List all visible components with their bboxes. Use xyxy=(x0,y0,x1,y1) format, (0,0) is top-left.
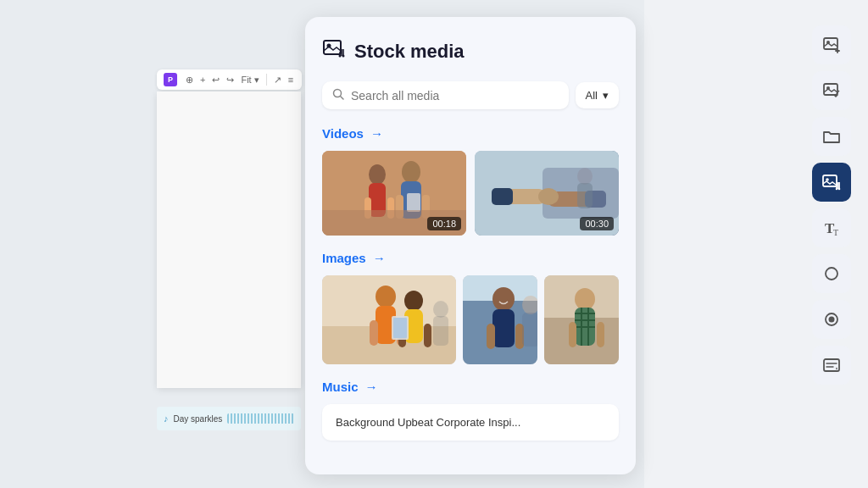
toolbar-more[interactable]: ≡ xyxy=(287,74,295,86)
svg-point-68 xyxy=(836,188,838,191)
video-thumb-1[interactable]: 00:18 xyxy=(322,151,466,236)
svg-point-21 xyxy=(538,188,559,205)
svg-rect-44 xyxy=(487,324,495,349)
music-first-item[interactable]: Background Upbeat Corporate Inspi... xyxy=(322,404,619,441)
search-input-wrap[interactable] xyxy=(322,81,569,109)
music-section-header[interactable]: Music → xyxy=(322,380,619,394)
videos-thumbnails-row: 00:18 00:30 xyxy=(322,151,619,236)
canvas-content xyxy=(157,92,301,388)
sidebar-text-button[interactable]: T T xyxy=(812,208,851,247)
music-item-title: Background Upbeat Corporate Inspi... xyxy=(336,416,520,429)
toolbar-redo[interactable]: ↪ xyxy=(225,74,236,86)
music-label: Music xyxy=(322,380,359,394)
video-duration-1: 00:18 xyxy=(427,217,461,230)
svg-text:T: T xyxy=(833,228,838,237)
images-thumbnails-row xyxy=(322,275,619,364)
svg-rect-43 xyxy=(492,309,515,347)
sidebar-stock-media-button[interactable] xyxy=(812,163,851,202)
svg-rect-59 xyxy=(824,38,837,49)
filter-dropdown[interactable]: All ▾ xyxy=(576,82,619,108)
app-logo[interactable]: P xyxy=(164,73,177,86)
videos-section-header[interactable]: Videos → xyxy=(322,126,619,141)
toolbar-divider xyxy=(266,74,267,86)
video-duration-2: 00:30 xyxy=(580,217,614,230)
toolbar-add[interactable]: + xyxy=(198,74,207,86)
svg-rect-37 xyxy=(393,318,407,338)
svg-point-42 xyxy=(492,287,515,311)
sidebar-record-button[interactable] xyxy=(812,300,851,339)
svg-rect-25 xyxy=(577,183,593,208)
svg-rect-47 xyxy=(522,313,537,347)
stock-media-panel: Stock media All ▾ Videos → xyxy=(305,17,636,474)
svg-rect-39 xyxy=(433,316,448,346)
toolbar-fit[interactable]: Fit ▾ xyxy=(239,74,260,86)
toolbar-undo[interactable]: ↩ xyxy=(210,74,221,86)
music-track-name: Day sparkles xyxy=(174,414,223,424)
svg-point-3 xyxy=(342,55,345,58)
sidebar-caption-button[interactable] xyxy=(812,346,851,385)
music-waveform xyxy=(227,413,294,424)
svg-point-11 xyxy=(402,161,420,183)
panel-header: Stock media xyxy=(322,37,619,66)
videos-label: Videos xyxy=(322,126,364,141)
svg-point-2 xyxy=(339,55,342,58)
editor-toolbar: P ⊕ + ↩ ↪ Fit ▾ ↗ ≡ xyxy=(157,69,302,90)
sidebar-folder-button[interactable] xyxy=(812,117,851,156)
panel-header-icon xyxy=(322,37,346,66)
videos-arrow-icon: → xyxy=(370,126,383,141)
images-label: Images xyxy=(322,251,366,265)
search-input[interactable] xyxy=(351,89,559,103)
toolbar-pointer[interactable]: ↗ xyxy=(272,74,283,86)
filter-label: All xyxy=(586,89,598,102)
sidebar-add-media-button[interactable] xyxy=(812,25,851,64)
svg-rect-22 xyxy=(492,188,513,205)
image-thumb-2[interactable] xyxy=(463,275,537,364)
svg-point-7 xyxy=(369,164,386,185)
panel-title: Stock media xyxy=(354,41,465,63)
svg-rect-57 xyxy=(569,322,576,347)
svg-point-24 xyxy=(577,168,593,185)
svg-point-32 xyxy=(404,291,423,311)
svg-point-28 xyxy=(376,286,396,308)
image-thumb-3[interactable] xyxy=(544,275,619,364)
svg-point-69 xyxy=(838,188,841,191)
image-thumb-1[interactable] xyxy=(322,275,456,364)
search-bar: All ▾ xyxy=(322,81,619,109)
svg-line-5 xyxy=(341,97,344,100)
music-note-icon: ♪ xyxy=(164,413,169,424)
music-arrow-icon: → xyxy=(365,380,378,394)
toolbar-zoom-in[interactable]: ⊕ xyxy=(184,74,195,86)
svg-rect-66 xyxy=(823,175,837,186)
search-icon xyxy=(332,88,344,103)
svg-point-50 xyxy=(575,288,595,310)
right-sidebar: T T xyxy=(812,25,851,385)
svg-rect-0 xyxy=(324,41,341,54)
canvas-area xyxy=(157,92,301,388)
svg-rect-30 xyxy=(370,320,378,346)
filter-arrow-icon: ▾ xyxy=(603,89,609,102)
images-section-header[interactable]: Images → xyxy=(322,251,619,265)
svg-rect-15 xyxy=(407,193,420,212)
svg-point-74 xyxy=(829,317,835,323)
sidebar-shape-button[interactable] xyxy=(812,254,851,293)
svg-point-38 xyxy=(433,301,448,318)
video-thumb-2[interactable]: 00:30 xyxy=(475,151,619,236)
images-arrow-icon: → xyxy=(373,251,386,265)
svg-point-72 xyxy=(826,268,837,280)
music-track-bar[interactable]: ♪ Day sparkles xyxy=(157,407,301,430)
svg-rect-58 xyxy=(597,322,604,347)
svg-rect-63 xyxy=(824,84,837,95)
svg-rect-35 xyxy=(424,324,431,347)
sidebar-edit-media-button[interactable] xyxy=(812,71,851,110)
